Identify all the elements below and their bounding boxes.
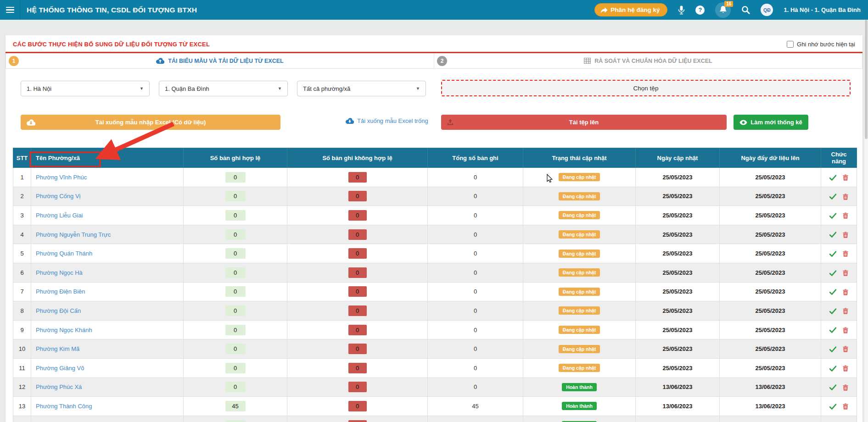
row-index: 7 [13, 282, 31, 301]
delete-trash-icon[interactable] [843, 289, 848, 295]
choose-file-dropzone[interactable]: Chọn tệp [441, 80, 851, 96]
delete-trash-icon[interactable] [843, 308, 848, 314]
table-row: 1 Phường Vĩnh Phúc 0 0 0 Đang cập nhật 2… [13, 168, 857, 187]
row-index: 6 [13, 263, 31, 282]
ward-name-link[interactable]: Phường Thành Công [36, 403, 92, 410]
total-count: 45 [428, 397, 523, 416]
invalid-count-badge: 0 [348, 248, 367, 259]
district-select[interactable]: 1. Quận Ba Đình ▼ [159, 81, 288, 96]
delete-trash-icon[interactable] [843, 384, 848, 391]
col-invalid-records: Số bản ghi không hợp lệ [287, 148, 428, 168]
valid-count-badge: 0 [225, 267, 246, 278]
ward-name-link[interactable]: Phường Đội Cấn [36, 307, 81, 314]
status-badge: Hoàn thành [562, 383, 597, 391]
row-index: 5 [13, 244, 31, 263]
register-module-button[interactable]: Phân hệ đăng ký [594, 3, 667, 17]
delete-trash-icon[interactable] [843, 327, 848, 333]
delete-trash-icon[interactable] [843, 194, 848, 200]
ward-name-link[interactable]: Phường Cống Vị [36, 193, 80, 200]
uploaded-date: 25/05/2023 [720, 225, 821, 244]
table-row: 8 Phường Đội Cấn 0 0 0 Đang cập nhật 25/… [13, 301, 857, 321]
ward-name-link[interactable]: Phường Giảng Võ [36, 365, 84, 372]
delete-trash-icon[interactable] [843, 232, 848, 238]
confirm-check-icon[interactable] [829, 251, 836, 257]
total-count: 0 [428, 358, 523, 378]
confirm-check-icon[interactable] [829, 366, 836, 372]
confirm-check-icon[interactable] [829, 404, 836, 410]
invalid-count-badge: 0 [348, 344, 367, 354]
province-select[interactable]: 1. Hà Nội ▼ [21, 81, 150, 96]
ward-select[interactable]: Tất cả phường/xã ▼ [297, 81, 426, 96]
row-index: 3 [13, 206, 31, 225]
delete-trash-icon[interactable] [843, 270, 848, 276]
confirm-check-icon[interactable] [829, 346, 836, 352]
updated-date: 25/05/2023 [636, 187, 720, 206]
updated-date: 13/06/2023 [636, 397, 720, 416]
ward-name-link[interactable]: Phường Kim Mã [36, 345, 79, 352]
status-badge: Đang cập nhật [559, 288, 600, 296]
ward-name-link[interactable]: Phường Nguyễn Trung Trực [36, 231, 111, 238]
confirm-check-icon[interactable] [829, 270, 836, 276]
table-row: 5 Phường Quán Thánh 0 0 0 Đang cập nhật … [13, 244, 857, 263]
ward-name-link[interactable]: Phường Vĩnh Phúc [36, 174, 87, 181]
remember-step-checkbox[interactable] [787, 41, 794, 48]
valid-count-badge: 0 [225, 229, 246, 240]
ward-name-link[interactable]: Phường Phúc Xá [36, 383, 82, 390]
microphone-icon[interactable] [678, 6, 685, 15]
confirm-check-icon[interactable] [829, 384, 836, 390]
delete-trash-icon[interactable] [843, 250, 848, 257]
download-template-with-data-button[interactable]: Tải xuống mẫu nhập Excel (Có dữ liệu) [21, 115, 280, 130]
confirm-check-icon[interactable] [829, 213, 836, 219]
table-row: 13 Phường Thành Công 45 0 45 Hoàn thành … [13, 397, 857, 416]
delete-trash-icon[interactable] [843, 174, 848, 181]
vertical-scrollbar[interactable] [864, 20, 868, 422]
scrollbar-thumb[interactable] [865, 20, 868, 139]
uploaded-date: 25/05/2023 [720, 282, 821, 301]
ward-name-link[interactable]: Phường Điện Biên [36, 288, 85, 295]
notifications-bell-icon[interactable]: 16 [715, 2, 731, 18]
confirm-check-icon[interactable] [829, 194, 836, 200]
page-title: CÁC BƯỚC THỰC HIỆN BỔ SUNG DỮ LIỆU ĐỐI T… [13, 41, 210, 48]
upload-file-button[interactable]: Tải tệp lên [441, 115, 727, 130]
updated-date: 13/06/2023 [636, 416, 720, 422]
search-icon[interactable] [741, 6, 750, 14]
tab-step-1[interactable]: 1 TẢI BIỂU MẪU VÀ TẢI DỮ LIỆU TỪ EXCEL [6, 53, 434, 68]
step-2-label: RÀ SOÁT VÀ CHUẨN HÓA DỮ LIỆU EXCEL [594, 58, 712, 64]
refresh-statistics-button[interactable]: Làm mới thống kê [734, 115, 808, 130]
step-1-label: TẢI BIỂU MẪU VÀ TẢI DỮ LIỆU TỪ EXCEL [168, 58, 283, 64]
uploaded-date: 13/06/2023 [720, 378, 821, 397]
ward-import-table: STT Tên Phường/xã Số bản ghi hợp lệ Số b… [13, 148, 857, 422]
app-title: HỆ THỐNG THÔNG TIN, CSDL ĐỐI TƯỢNG BTXH [27, 6, 197, 14]
delete-trash-icon[interactable] [843, 212, 848, 219]
download-empty-template-link[interactable]: Tải xuống mẫu Excel trống [346, 117, 442, 124]
delete-trash-icon[interactable] [843, 403, 848, 410]
col-actions: Chức năng [821, 148, 857, 168]
valid-count-badge: 45 [225, 401, 246, 411]
help-icon[interactable]: ? [695, 6, 705, 15]
status-badge: Đang cập nhật [559, 306, 600, 315]
status-badge: Đang cập nhật [559, 211, 600, 219]
invalid-count-badge: 0 [348, 305, 367, 316]
tab-step-2[interactable]: 2 RÀ SOÁT VÀ CHUẨN HÓA DỮ LIỆU EXCEL [434, 53, 862, 68]
delete-trash-icon[interactable] [843, 346, 848, 352]
ward-name-link[interactable]: Phường Quán Thánh [36, 250, 92, 257]
confirm-check-icon[interactable] [829, 175, 836, 181]
ward-name-link[interactable]: Phường Ngọc Khánh [36, 327, 92, 333]
ward-name-link[interactable]: Phường Liễu Giai [36, 212, 83, 219]
col-update-date: Ngày cập nhật [636, 148, 720, 168]
confirm-check-icon[interactable] [829, 289, 836, 295]
confirm-check-icon[interactable] [829, 327, 836, 333]
avatar[interactable]: QĐ [761, 4, 773, 16]
row-index: 8 [13, 301, 31, 321]
delete-trash-icon[interactable] [843, 365, 848, 372]
confirm-check-icon[interactable] [829, 232, 836, 238]
valid-count-badge: 0 [225, 248, 246, 259]
uploaded-date: 25/05/2023 [720, 187, 821, 206]
total-count: 0 [428, 263, 523, 282]
status-badge: Đang cập nhật [559, 268, 600, 277]
ward-name-link[interactable]: Phường Ngọc Hà [36, 269, 83, 276]
confirm-check-icon[interactable] [829, 308, 836, 314]
menu-icon[interactable] [0, 0, 20, 20]
total-count: 0 [428, 225, 523, 244]
valid-count-badge: 0 [225, 172, 246, 183]
